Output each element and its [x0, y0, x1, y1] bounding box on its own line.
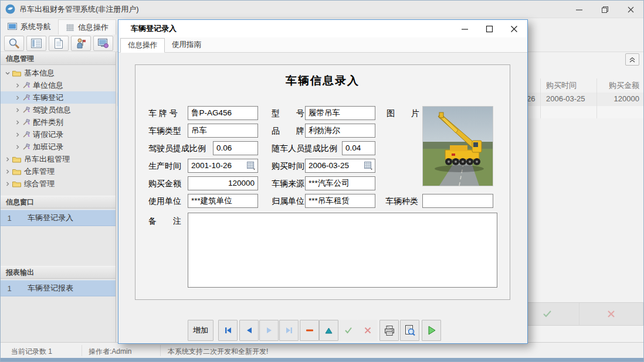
dialog-titlebar[interactable]: 车辆登记录入 [118, 20, 527, 37]
document-tool-button[interactable] [49, 36, 69, 51]
chevron-right-icon [15, 107, 21, 113]
plate-input[interactable]: 鲁P-AG456 [188, 106, 258, 120]
dialog-tab-info-operation[interactable]: 信息操作 [120, 38, 165, 53]
chevron-right-icon [15, 83, 21, 88]
grid-tab-icon [66, 23, 74, 32]
print-button[interactable] [379, 320, 399, 341]
driver-ratio-label: 驾驶员提成比例 [148, 144, 206, 154]
cancel-record-button[interactable] [358, 320, 377, 341]
tree-item-crane-rental-management[interactable]: 吊车出租管理 [1, 153, 116, 165]
staff-tool-button[interactable] [71, 36, 91, 51]
report-item-vehicle-report[interactable]: 1 车辆登记报表 [1, 280, 116, 296]
tree-item-warehouse-management[interactable]: 仓库管理 [1, 165, 116, 177]
triangle-up-icon [325, 327, 333, 334]
tab-info-operation[interactable]: 信息操作 [58, 19, 116, 35]
window-bottom-border [1, 358, 643, 361]
tool-icon [22, 131, 30, 138]
dialog-maximize-button[interactable] [477, 20, 501, 37]
monitor-tool-button[interactable] [93, 36, 113, 51]
column-header-purchase-amount[interactable]: 购买金额 [609, 80, 639, 91]
collapse-panel-button[interactable] [625, 53, 639, 66]
dialog-tab-user-guide[interactable]: 使用指南 [165, 37, 208, 52]
first-record-button[interactable] [218, 320, 238, 341]
status-operator: 操作者:Admin [89, 347, 131, 357]
dialog-close-button[interactable] [501, 20, 526, 37]
tree-item-driver-info[interactable]: 驾驶员信息 [1, 104, 116, 116]
item-index: 1 [1, 214, 18, 223]
tool-icon [22, 94, 30, 101]
tree-label: 仓库管理 [24, 166, 55, 177]
close-button[interactable] [618, 1, 643, 18]
crew-ratio-input[interactable]: 0.04 [342, 141, 375, 155]
source-input[interactable]: ***汽车公司 [305, 176, 375, 190]
source-label: 车辆来源 [272, 179, 304, 189]
category-input[interactable] [422, 194, 493, 208]
titlebar: 吊车出租财务管理系统(非注册用户) [1, 1, 643, 18]
column-header-purchase-time[interactable]: 购买时间 [546, 80, 577, 91]
x-icon [607, 310, 615, 318]
first-record-icon [224, 327, 232, 334]
chevron-right-icon [15, 132, 21, 138]
tool-icon [22, 119, 30, 126]
post-record-button[interactable] [338, 320, 358, 341]
info-window-item-vehicle-entry[interactable]: 1 车辆登记录入 [1, 210, 116, 226]
chevron-right-icon [15, 144, 21, 150]
tree-item-unit-info[interactable]: 单位信息 [1, 79, 116, 91]
calendar-dropdown-icon[interactable] [246, 161, 256, 170]
delete-record-button[interactable] [300, 320, 319, 341]
next-record-icon [266, 327, 273, 334]
tree-label: 加班记录 [33, 142, 63, 152]
print-preview-button[interactable] [400, 320, 419, 341]
search-tool-button[interactable] [4, 36, 24, 51]
model-input[interactable]: 履带吊车 [305, 106, 375, 120]
monitor-icon [97, 38, 109, 49]
remark-label: 备 注 [148, 216, 181, 227]
tree-item-basic-info[interactable]: 基本信息 [1, 67, 116, 79]
tool-icon [22, 144, 30, 151]
form-list-icon [30, 38, 42, 49]
app-logo-icon [5, 4, 15, 14]
tree-item-vehicle-registration[interactable]: 车辆登记 [1, 91, 116, 104]
run-button[interactable] [422, 320, 441, 341]
statusbar: 当前记录数 1 操作者:Admin 本系统支持二次开发和全新开发! [1, 342, 643, 358]
item-index: 1 [1, 284, 18, 293]
cell-purchase-time: 2006-03-25 [546, 94, 585, 103]
remark-textarea[interactable] [188, 213, 497, 288]
cancel-button-disabled[interactable] [579, 303, 643, 325]
nav-tree: 基本信息 单位信息 车辆登记 驾驶员信息 配件类别 [1, 65, 116, 190]
category-label: 车辆种类 [385, 196, 418, 207]
use-unit-input[interactable]: ***建筑单位 [188, 194, 258, 208]
driver-ratio-input[interactable]: 0.06 [213, 141, 258, 155]
restore-button[interactable] [592, 1, 618, 18]
purchase-date-input[interactable]: 2006-03-25 [305, 159, 375, 173]
form-tool-button[interactable] [26, 36, 46, 51]
production-date-input[interactable]: 2001-10-26 [188, 159, 258, 173]
tab-system-navigation[interactable]: 系统导航 [1, 19, 58, 35]
last-record-button[interactable] [279, 320, 299, 341]
edit-record-button[interactable] [319, 320, 338, 341]
model-label: 型 号 [272, 108, 304, 119]
next-record-button[interactable] [259, 320, 279, 341]
tree-item-leave-records[interactable]: 请假记录 [1, 128, 116, 141]
purchase-amount-input[interactable]: 120000 [188, 176, 258, 190]
brand-label: 品 牌 [272, 126, 304, 136]
dialog-minimize-button[interactable] [452, 20, 477, 37]
item-label: 车辆登记报表 [28, 283, 73, 293]
previous-record-button[interactable] [239, 320, 259, 341]
vehicle-type-input[interactable]: 吊车 [188, 124, 258, 138]
tree-item-comprehensive-management[interactable]: 综合管理 [1, 177, 116, 190]
sidebar-header-report-output: 报表输出 [1, 266, 116, 279]
item-label: 车辆登记录入 [28, 213, 73, 223]
cell-partial: 26 [527, 94, 535, 103]
minimize-button[interactable] [566, 1, 592, 18]
print-preview-icon [404, 325, 415, 336]
owner-unit-input[interactable]: ***吊车租赁 [305, 194, 375, 208]
previous-record-icon [246, 327, 253, 334]
brand-input[interactable]: 利勃海尔 [305, 124, 375, 138]
tree-item-parts-category[interactable]: 配件类别 [1, 116, 116, 128]
calendar-dropdown-icon[interactable] [364, 161, 373, 170]
tree-item-overtime-records[interactable]: 加班记录 [1, 141, 116, 153]
tab-label: 系统导航 [21, 22, 51, 32]
add-button[interactable]: 增加 [188, 320, 213, 341]
crane-photo-image [423, 107, 493, 186]
